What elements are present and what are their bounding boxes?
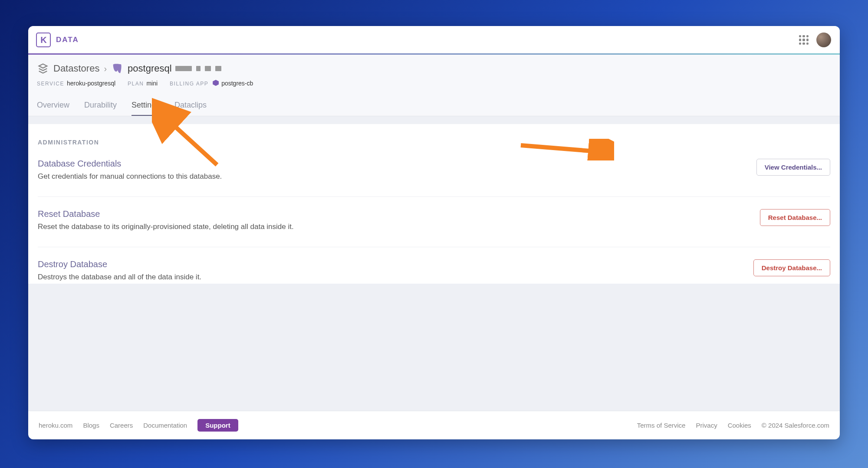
footer-privacy[interactable]: Privacy — [696, 422, 717, 429]
tab-settings[interactable]: Settings — [132, 95, 160, 116]
footer: heroku.com Blogs Careers Documentation S… — [28, 411, 840, 439]
content-divider — [28, 116, 840, 124]
reset-desc: Reset the database to its originally-pro… — [38, 223, 294, 231]
footer-docs[interactable]: Documentation — [143, 422, 187, 429]
top-bar: K DATA — [28, 26, 840, 55]
user-avatar[interactable] — [816, 33, 831, 47]
breadcrumb-root[interactable]: Datastores — [53, 63, 99, 74]
destroy-desc: Destroys the database and all of the dat… — [38, 273, 201, 281]
footer-links-left: heroku.com Blogs Careers Documentation S… — [39, 419, 238, 432]
footer-copyright: © 2024 Salesforce.com — [762, 422, 829, 429]
breadcrumb-current-prefix: postgresql — [128, 63, 172, 74]
footer-cookies[interactable]: Cookies — [728, 422, 751, 429]
row-reset: Reset Database Reset the database to its… — [38, 209, 830, 247]
footer-terms[interactable]: Terms of Service — [637, 422, 686, 429]
footer-blogs[interactable]: Blogs — [83, 422, 99, 429]
tab-dataclips[interactable]: Dataclips — [174, 95, 207, 116]
chevron-right-icon: › — [104, 64, 107, 74]
credentials-desc: Get credentials for manual connections t… — [38, 172, 222, 181]
hexagon-icon — [213, 80, 219, 86]
row-credentials: Database Credentials Get credentials for… — [38, 159, 830, 197]
postgresql-icon — [111, 62, 123, 75]
service-value: heroku-postgresql — [67, 80, 115, 87]
tab-durability[interactable]: Durability — [84, 95, 117, 116]
redacted-name — [175, 66, 221, 71]
plan-value: mini — [146, 80, 158, 87]
app-window: K DATA Datastores › postgresql — [28, 26, 840, 439]
content: ADMINISTRATION Database Credentials Get … — [28, 124, 840, 284]
reset-database-button[interactable]: Reset Database... — [760, 209, 830, 226]
datastores-icon — [37, 62, 49, 75]
destroy-database-button[interactable]: Destroy Database... — [753, 259, 830, 276]
brand-text: DATA — [56, 36, 79, 44]
footer-support-button[interactable]: Support — [197, 419, 238, 432]
service-label: SERVICE — [37, 81, 64, 87]
footer-links-right: Terms of Service Privacy Cookies © 2024 … — [637, 422, 829, 429]
footer-careers[interactable]: Careers — [110, 422, 133, 429]
tabs: Overview Durability Settings Dataclips — [37, 95, 831, 116]
billing-label: BILLING APP — [170, 81, 208, 87]
view-credentials-button[interactable]: View Credentials... — [756, 159, 830, 176]
content-spacer — [28, 284, 840, 411]
sub-header: Datastores › postgresql SERVICEheroku-po… — [28, 55, 840, 116]
breadcrumb: Datastores › postgresql — [37, 62, 831, 75]
tab-overview[interactable]: Overview — [37, 95, 69, 116]
footer-heroku[interactable]: heroku.com — [39, 422, 72, 429]
credentials-title: Database Credentials — [38, 159, 222, 169]
heroku-logo-icon[interactable]: K — [36, 33, 51, 47]
row-destroy: Destroy Database Destroys the database a… — [38, 259, 830, 284]
meta-row: SERVICEheroku-postgresql PLANmini BILLIN… — [37, 80, 831, 94]
section-title: ADMINISTRATION — [38, 139, 830, 146]
billing-app-link[interactable]: postgres-cb — [213, 80, 253, 87]
reset-title: Reset Database — [38, 209, 294, 219]
breadcrumb-current: postgresql — [128, 63, 221, 74]
destroy-title: Destroy Database — [38, 259, 201, 269]
apps-launcher-icon[interactable] — [799, 35, 809, 45]
plan-label: PLAN — [128, 81, 144, 87]
